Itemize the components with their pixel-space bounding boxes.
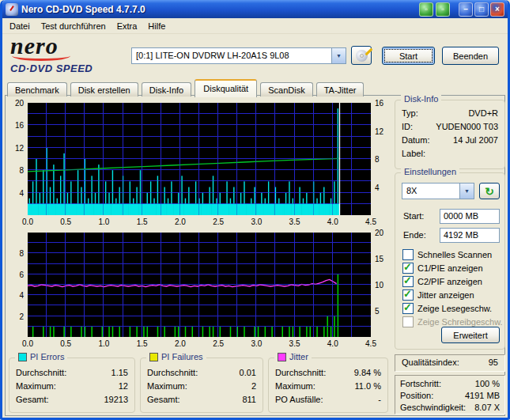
jitter-panel-label: Jitter: [289, 352, 308, 361]
axis-tick-label: 3.0: [249, 218, 263, 226]
pi-failures-jitter-chart: 0.00.51.01.52.02.53.03.54.04.52468510152…: [7, 230, 395, 352]
axis-tick-label: 1.0: [96, 339, 111, 348]
app-icon: [6, 3, 18, 16]
pi-failures-panel: PI Failures Durchschnitt:0.01 Maximum:2 …: [140, 358, 263, 413]
axis-tick-label: 4.5: [364, 218, 378, 226]
jitter-color-swatch: [278, 353, 286, 361]
checkbox-box[interactable]: ✓: [402, 303, 414, 314]
axis-tick-label: 20: [7, 99, 24, 108]
disc-icon: [356, 50, 368, 62]
menu-test-durchfuehren[interactable]: Test durchführen: [36, 20, 111, 32]
settings-group: Einstellungen 8X ▼ ↻ Start: 0000 MB Ende…: [395, 172, 505, 350]
tab-scandisk[interactable]: ScanDisk: [260, 82, 312, 96]
disk-info-typ-row: Typ:DVD+R: [395, 107, 504, 120]
advanced-button[interactable]: Erweitert: [441, 327, 500, 343]
pie-maximum-row: Maximum:12: [9, 380, 134, 393]
axis-tick-label: 2.0: [173, 218, 187, 226]
axis-tick-label: 4: [375, 184, 380, 192]
settings-title: Einstellungen: [401, 167, 459, 176]
tab-disk-erstellen[interactable]: Disk erstellen: [70, 82, 138, 96]
pi-errors-chart: 0.00.51.01.52.02.53.03.54.04.54812162048…: [7, 100, 395, 230]
ende-mb-field[interactable]: 4192 MB: [440, 228, 500, 243]
tab-strip: Benchmark Disk erstellen Disk-Info Diskq…: [7, 79, 365, 96]
quality-index-row: Qualitätsindex: 95: [395, 355, 504, 369]
axis-tick-label: 12: [7, 144, 24, 153]
checkbox-schnelles-scannen[interactable]: ✓ Schnelles Scannen: [395, 248, 504, 261]
axis-tick-label: 20: [375, 229, 383, 237]
disk-info-datum-row: Datum:14 Jul 2007: [395, 134, 504, 147]
start-mb-label: Start:: [403, 211, 424, 221]
axis-tick-label: 2.5: [211, 339, 225, 348]
disk-info-label-row: Label:: [395, 147, 504, 161]
custom-green-button-1[interactable]: ▫: [419, 2, 433, 17]
axis-tick-label: 1.5: [135, 339, 149, 348]
checkbox-box[interactable]: ✓: [402, 316, 414, 327]
chevron-down-icon[interactable]: ▼: [331, 48, 346, 63]
jitter-durchschnitt-row: Durchschnitt:9.84 %: [269, 366, 387, 380]
checkbox-c2-pif-anzeigen[interactable]: ✓ C2/PIF anzeigen: [395, 274, 504, 288]
tab-disk-info[interactable]: Disk-Info: [142, 82, 191, 96]
eject-disc-button[interactable]: [351, 46, 372, 65]
pi-failures-jitter-plot: [28, 233, 371, 337]
menu-hilfe[interactable]: Hilfe: [142, 20, 171, 32]
maximize-button[interactable]: □: [474, 2, 489, 17]
refresh-button[interactable]: ↻: [479, 183, 500, 199]
axis-tick-label: 4.5: [364, 339, 378, 348]
tab-benchmark[interactable]: Benchmark: [7, 82, 67, 96]
axis-tick-label: 4.0: [326, 339, 340, 348]
geschwindigkeit-row: Geschwindigkeit:8.07 X: [395, 402, 504, 414]
menu-datei[interactable]: Datei: [4, 20, 36, 32]
quality-index-label: Qualitätsindex:: [402, 358, 459, 368]
speed-select-value: 8X: [402, 184, 459, 199]
tab-ta-jitter[interactable]: TA-Jitter: [316, 82, 365, 96]
pie-durchschnitt-row: Durchschnitt:1.15: [9, 366, 134, 380]
checkbox-box[interactable]: ✓: [402, 276, 414, 287]
start-mb-field[interactable]: 0000 MB: [440, 209, 500, 224]
axis-tick-label: 4: [7, 189, 24, 198]
app-window: Nero CD-DVD Speed 4.7.7.0 ▫ ▫ – □ × Date…: [0, 0, 510, 420]
speed-chevron-down-icon[interactable]: ▼: [459, 184, 474, 199]
minimize-button[interactable]: –: [459, 2, 473, 17]
pi-failures-panel-title: PI Failures: [146, 352, 206, 361]
nero-product-text: CD·DVD SPEED: [10, 62, 125, 74]
speed-select[interactable]: 8X ▼: [402, 183, 474, 199]
drive-select-value: [0:1] LITE-ON DVDRW LH-20A1S 9L08: [132, 48, 331, 63]
axis-tick-label: 0.5: [59, 339, 73, 348]
pi-errors-plot: [28, 103, 371, 215]
checkbox-jitter-anzeigen[interactable]: ✓ Jitter anzeigen: [395, 288, 504, 301]
tab-diskqualitaet[interactable]: Diskqualität: [195, 79, 257, 97]
titlebar[interactable]: Nero CD-DVD Speed 4.7.7.0 ▫ ▫ – □ ×: [2, 0, 508, 18]
axis-tick-label: 3.5: [288, 339, 302, 348]
axis-tick-label: 3.0: [249, 339, 263, 348]
pi-errors-color-swatch: [18, 353, 27, 361]
disk-info-group: Disk-Info Typ:DVD+R ID:YUDEN000 T03 Datu…: [395, 100, 505, 169]
checkbox-c1-pie-anzeigen[interactable]: ✓ C1/PIE anzeigen: [395, 261, 504, 274]
position-row: Position:4191 MB: [395, 390, 504, 402]
checkbox-box[interactable]: ✓: [402, 289, 414, 301]
nero-brand-text: nero: [10, 36, 125, 56]
axis-tick-label: 8: [7, 249, 24, 258]
disk-info-title: Disk-Info: [401, 94, 441, 104]
axis-tick-label: 0.0: [21, 339, 35, 348]
axis-tick-label: 4: [7, 291, 24, 300]
axis-tick-label: 10: [375, 281, 383, 289]
checkbox-zeige-lesegeschw[interactable]: ✓ Zeige Lesegeschw.: [395, 301, 504, 315]
start-button[interactable]: Start: [382, 47, 435, 65]
custom-green-button-2[interactable]: ▫: [436, 2, 450, 17]
axis-tick-label: 8: [375, 155, 380, 164]
pi-failures-color-swatch: [149, 353, 158, 361]
drive-select[interactable]: [0:1] LITE-ON DVDRW LH-20A1S 9L08 ▼: [131, 47, 346, 64]
quit-button[interactable]: Beenden: [442, 47, 499, 65]
ende-mb-label: Ende:: [403, 230, 426, 240]
axis-tick-label: 0.5: [59, 218, 73, 226]
jitter-panel-title: Jitter: [274, 352, 312, 361]
axis-tick-label: 1.0: [96, 218, 111, 226]
close-button[interactable]: ×: [490, 2, 504, 17]
menu-extra[interactable]: Extra: [111, 20, 143, 32]
pi-errors-panel-title: PI Errors: [15, 352, 67, 361]
checkbox-box[interactable]: ✓: [402, 263, 414, 274]
jitter-panel: Jitter Durchschnitt:9.84 % Maximum:11.0 …: [268, 358, 388, 413]
quality-index-value: 95: [489, 358, 498, 368]
axis-tick-label: 2: [7, 312, 24, 321]
checkbox-box[interactable]: ✓: [402, 249, 414, 260]
